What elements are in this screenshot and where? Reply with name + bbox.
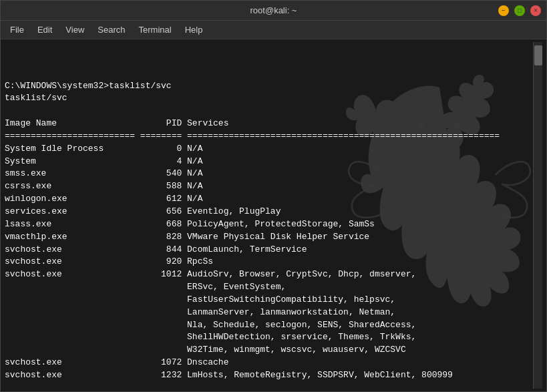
svg-point-1 bbox=[453, 122, 460, 128]
command-line1: C:\WINDOWS\system32>tasklist/svc tasklis… bbox=[5, 81, 500, 380]
close-button[interactable]: × bbox=[530, 5, 541, 16]
window-title: root@kali: ~ bbox=[250, 5, 297, 15]
title-bar: root@kali: ~ − □ × bbox=[1, 1, 546, 21]
maximize-button[interactable]: □ bbox=[514, 5, 525, 16]
scrollbar[interactable] bbox=[533, 42, 542, 389]
dragon-watermark bbox=[346, 73, 533, 327]
menu-bar: File Edit View Search Terminal Help bbox=[1, 21, 546, 39]
menu-search[interactable]: Search bbox=[91, 22, 132, 37]
svg-point-0 bbox=[417, 122, 423, 128]
menu-edit[interactable]: Edit bbox=[31, 22, 59, 37]
terminal-area[interactable]: C:\WINDOWS\system32>tasklist/svc tasklis… bbox=[1, 39, 546, 391]
menu-help[interactable]: Help bbox=[178, 22, 210, 37]
minimize-button[interactable]: − bbox=[498, 5, 509, 16]
menu-terminal[interactable]: Terminal bbox=[132, 22, 178, 37]
scrollbar-thumb[interactable] bbox=[534, 45, 542, 65]
menu-view[interactable]: View bbox=[59, 22, 91, 37]
menu-file[interactable]: File bbox=[3, 22, 31, 37]
terminal-window: root@kali: ~ − □ × File Edit View Search… bbox=[0, 0, 547, 392]
window-buttons[interactable]: − □ × bbox=[498, 5, 541, 16]
terminal-output: C:\WINDOWS\system32>tasklist/svc tasklis… bbox=[5, 42, 533, 389]
